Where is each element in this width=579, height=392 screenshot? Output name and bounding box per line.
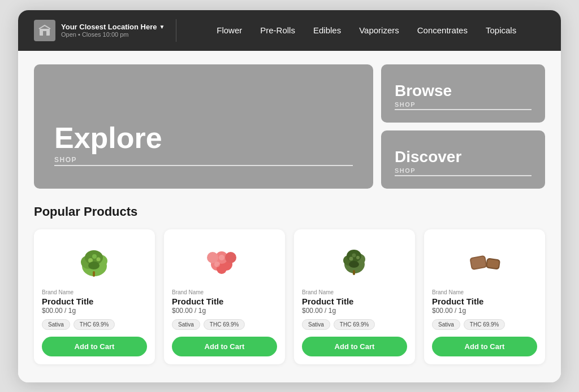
nav-concentrates[interactable]: Concentrates	[417, 25, 468, 35]
product-tags-4: Sativa THC 69.9%	[432, 319, 505, 330]
tag-sativa-1: Sativa	[42, 319, 70, 330]
store-icon	[34, 20, 55, 41]
svg-point-26	[349, 261, 359, 268]
svg-rect-27	[353, 270, 355, 275]
nav-topicals[interactable]: Topicals	[486, 25, 516, 35]
store-info[interactable]: Your Closest Location Here ▼ Open • Clos…	[34, 20, 165, 41]
tag-thc-1: THC 69.9%	[74, 319, 115, 330]
nav-divider	[176, 19, 176, 42]
hero-main-banner[interactable]: Explore SHOP	[34, 64, 373, 189]
product-card-2: Brand Name Product Title $00.00 / 1g Sat…	[164, 229, 285, 364]
product-name-4: Product Title	[432, 297, 483, 306]
header: Your Closest Location Here ▼ Open • Clos…	[18, 10, 561, 51]
product-image-2	[196, 238, 253, 284]
product-price-2: $00.00 / 1g	[172, 307, 206, 315]
svg-rect-31	[487, 259, 499, 268]
product-card-3: Brand Name Product Title $00.00 / 1g Sat…	[294, 229, 415, 364]
hero-title: Explore	[54, 123, 353, 153]
product-price-3: $00.00 / 1g	[302, 307, 336, 315]
nav-vaporizers[interactable]: Vaporizers	[359, 25, 399, 35]
svg-point-25	[352, 253, 356, 257]
product-brand-1: Brand Name	[42, 289, 74, 295]
products-grid: Brand Name Product Title $00.00 / 1g Sat…	[34, 229, 545, 364]
browse-card[interactable]: Browse SHOP	[381, 64, 545, 123]
svg-point-7	[97, 257, 101, 261]
nav-prerolls[interactable]: Pre-Rolls	[260, 25, 295, 35]
svg-point-8	[92, 254, 97, 259]
svg-point-24	[356, 256, 360, 259]
svg-point-18	[219, 255, 224, 260]
store-status: Open • Closes 10:00 pm	[61, 31, 165, 38]
app-container: Your Closest Location Here ▼ Open • Clos…	[18, 10, 561, 382]
tag-thc-2: THC 69.9%	[204, 319, 245, 330]
svg-rect-1	[43, 31, 46, 36]
store-text: Your Closest Location Here ▼ Open • Clos…	[61, 23, 165, 38]
browse-subtitle: SHOP	[395, 101, 532, 110]
tag-sativa-3: Sativa	[302, 319, 330, 330]
popular-products-section: Popular Products	[34, 204, 545, 364]
svg-point-17	[214, 262, 220, 267]
nav-flower[interactable]: Flower	[217, 25, 242, 35]
product-tags-3: Sativa THC 69.9%	[302, 319, 375, 330]
discover-card[interactable]: Discover SHOP	[381, 130, 545, 189]
tag-thc-4: THC 69.9%	[464, 319, 505, 330]
product-image-4	[456, 238, 513, 284]
product-brand-4: Brand Name	[432, 289, 464, 295]
discover-subtitle: SHOP	[395, 167, 532, 176]
product-brand-3: Brand Name	[302, 289, 334, 295]
tag-thc-3: THC 69.9%	[334, 319, 375, 330]
main-nav: Flower Pre-Rolls Edibles Vaporizers Conc…	[188, 25, 545, 35]
product-price-4: $00.00 / 1g	[432, 307, 466, 315]
product-tags-2: Sativa THC 69.9%	[172, 319, 245, 330]
hero-section: Explore SHOP Browse SHOP Discover SHOP	[34, 64, 545, 189]
add-to-cart-button-3[interactable]: Add to Cart	[302, 337, 407, 356]
svg-rect-10	[93, 271, 95, 277]
product-name-1: Product Title	[42, 297, 93, 306]
add-to-cart-button-2[interactable]: Add to Cart	[172, 337, 277, 356]
svg-point-9	[88, 262, 100, 269]
add-to-cart-button-1[interactable]: Add to Cart	[42, 337, 147, 356]
svg-point-15	[207, 252, 218, 263]
tag-sativa-2: Sativa	[172, 319, 200, 330]
tag-sativa-4: Sativa	[432, 319, 460, 330]
product-image-1	[66, 238, 123, 284]
section-title: Popular Products	[34, 204, 545, 219]
svg-point-14	[225, 252, 236, 263]
product-card-1: Brand Name Product Title $00.00 / 1g Sat…	[34, 229, 155, 364]
nav-edibles[interactable]: Edibles	[313, 25, 341, 35]
chevron-down-icon: ▼	[159, 24, 165, 30]
product-price-1: $00.00 / 1g	[42, 307, 76, 315]
svg-point-23	[349, 256, 353, 260]
hero-right: Browse SHOP Discover SHOP	[381, 64, 545, 189]
product-image-3	[326, 238, 383, 284]
product-brand-2: Brand Name	[172, 289, 204, 295]
browse-title: Browse	[395, 83, 532, 99]
store-name: Your Closest Location Here ▼	[61, 23, 165, 31]
product-tags-1: Sativa THC 69.9%	[42, 319, 115, 330]
main-content: Explore SHOP Browse SHOP Discover SHOP P…	[18, 51, 561, 382]
discover-title: Discover	[395, 149, 532, 165]
product-card-4: Brand Name Product Title $00.00 / 1g Sat…	[424, 229, 545, 364]
product-name-2: Product Title	[172, 297, 223, 306]
hero-subtitle: SHOP	[54, 156, 353, 166]
product-name-3: Product Title	[302, 297, 353, 306]
add-to-cart-button-4[interactable]: Add to Cart	[432, 337, 537, 356]
